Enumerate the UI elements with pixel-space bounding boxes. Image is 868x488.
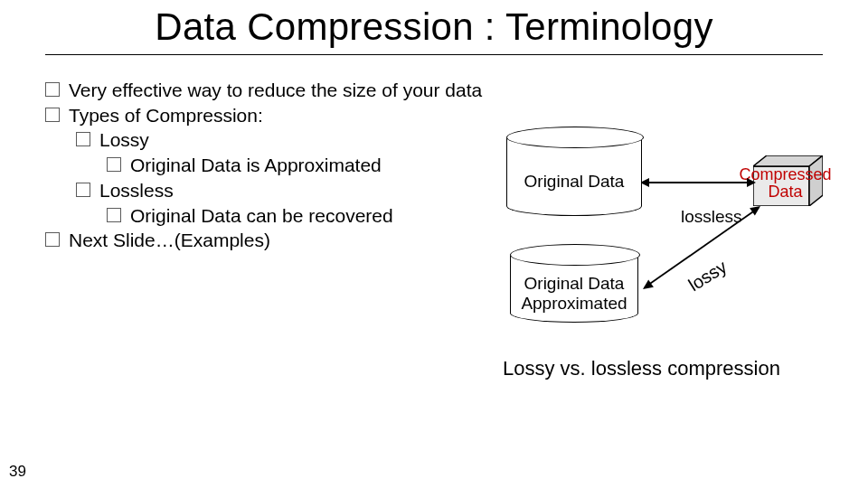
svg-marker-7 — [640, 280, 654, 294]
bullet-text: Types of Compression: — [69, 103, 263, 128]
lossy-label: lossy — [684, 257, 731, 296]
page-number: 39 — [9, 463, 26, 481]
bullet-text: Lossy — [99, 127, 149, 153]
bullet-text: Lossless — [99, 178, 174, 203]
cylinder-label: Original Data — [524, 172, 625, 192]
square-bullet-icon — [107, 157, 121, 172]
list-item: Very effective way to reduce the size of… — [45, 78, 823, 103]
square-bullet-icon — [76, 132, 90, 146]
title-divider — [45, 54, 823, 55]
cylinder-approximated: Original DataApproximated — [510, 244, 638, 323]
square-bullet-icon — [45, 108, 60, 122]
square-bullet-icon — [107, 208, 121, 222]
square-bullet-icon — [76, 183, 90, 197]
diagram-caption: Lossy vs. lossless compression — [503, 357, 846, 380]
slide-title: Data Compression : Terminology — [0, 0, 868, 52]
bullet-text: Original Data is Approximated — [130, 153, 382, 178]
cylinder-original: Original Data — [506, 127, 642, 216]
square-bullet-icon — [45, 82, 60, 97]
cube-label: CompressedData — [738, 166, 833, 201]
bullet-text: Very effective way to reduce the size of… — [69, 78, 482, 103]
slide: Data Compression : Terminology Very effe… — [0, 0, 868, 488]
square-bullet-icon — [45, 232, 60, 247]
compression-diagram: Original Data Original DataApproximated … — [488, 108, 850, 343]
compressed-cube: CompressedData — [753, 155, 823, 206]
cylinder-label: Original DataApproximated — [521, 274, 627, 314]
bullet-text: Next Slide…(Examples) — [69, 228, 270, 253]
bullet-text: Original Data can be recovered — [130, 203, 393, 229]
lossless-label: lossless — [681, 207, 742, 227]
